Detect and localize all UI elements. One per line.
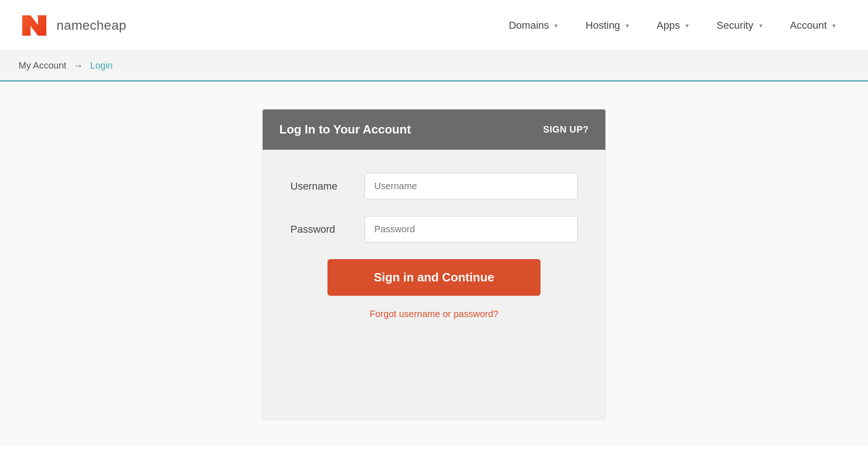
nav-item-apps[interactable]: Apps ▾: [643, 15, 703, 36]
password-row: Password: [290, 216, 578, 242]
apps-caret-icon: ▾: [686, 22, 689, 29]
signin-button[interactable]: Sign in and Continue: [327, 259, 541, 296]
nav-item-account[interactable]: Account ▾: [776, 15, 850, 36]
breadcrumb: My Account → Login: [0, 51, 868, 82]
namecheap-logo-icon: [19, 10, 50, 41]
nav-item-security[interactable]: Security ▾: [703, 15, 776, 36]
nav-item-hosting[interactable]: Hosting ▾: [572, 15, 643, 36]
main-content: Log In to Your Account SIGN UP? Username…: [0, 82, 868, 447]
breadcrumb-arrow: →: [74, 60, 83, 70]
account-caret-icon: ▾: [832, 22, 836, 29]
signin-btn-container: Sign in and Continue: [290, 259, 578, 296]
hosting-caret-icon: ▾: [626, 22, 629, 29]
security-caret-icon: ▾: [759, 22, 762, 29]
card-body: Username Password Sign in and Continue F…: [263, 150, 605, 347]
signup-link[interactable]: SIGN UP?: [543, 124, 589, 135]
login-card: Log In to Your Account SIGN UP? Username…: [263, 109, 605, 419]
username-input[interactable]: [365, 173, 578, 199]
breadcrumb-my-account: My Account: [19, 60, 66, 70]
password-label: Password: [290, 223, 365, 235]
username-label: Username: [290, 180, 365, 192]
logo-area[interactable]: namecheap: [19, 10, 126, 41]
forgot-link[interactable]: Forgot username or password?: [370, 309, 498, 319]
domains-caret-icon: ▾: [554, 22, 558, 29]
username-row: Username: [290, 173, 578, 199]
site-header: namecheap Domains ▾ Hosting ▾ Apps ▾ Sec…: [0, 0, 868, 51]
breadcrumb-login[interactable]: Login: [90, 60, 113, 70]
card-header-title: Log In to Your Account: [279, 122, 411, 137]
logo-text: namecheap: [57, 18, 126, 33]
nav-item-domains[interactable]: Domains ▾: [495, 15, 572, 36]
forgot-link-container: Forgot username or password?: [290, 309, 578, 319]
main-nav: Domains ▾ Hosting ▾ Apps ▾ Security ▾ Ac…: [495, 15, 849, 36]
card-header: Log In to Your Account SIGN UP?: [263, 109, 605, 150]
password-input[interactable]: [365, 216, 578, 242]
